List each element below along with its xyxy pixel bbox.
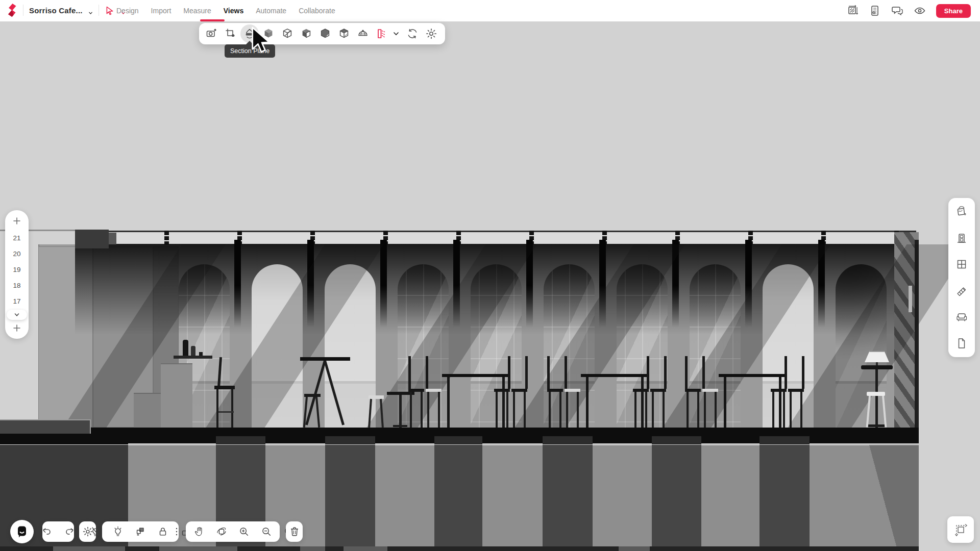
menu-item-views[interactable]: Views	[223, 7, 244, 15]
project-title[interactable]: Sorriso Cafe...	[29, 6, 83, 15]
scene-shape	[513, 392, 515, 428]
bottom-toolbar-group	[42, 521, 74, 542]
camera-add-icon[interactable]	[206, 28, 218, 40]
eye-icon[interactable]	[914, 5, 926, 17]
scene-shape	[543, 436, 593, 444]
scene-shape	[0, 546, 919, 551]
scale-box-button[interactable]	[947, 516, 974, 543]
scene-shape	[216, 436, 265, 444]
zoom-out-button[interactable]	[12, 323, 21, 333]
scene-shape	[645, 392, 647, 428]
help-chat-button[interactable]	[10, 520, 34, 543]
zoom-in-icon[interactable]	[238, 526, 250, 537]
scene-shape	[790, 392, 792, 428]
zoom-in-button[interactable]	[12, 216, 21, 226]
scene-shape	[559, 392, 561, 428]
dome-icon[interactable]	[357, 28, 369, 40]
scene-shape	[704, 392, 706, 428]
bottom-toolbar-group	[286, 521, 303, 542]
scene-shape	[687, 392, 689, 428]
window-icon[interactable]	[955, 258, 968, 270]
level-item[interactable]: 20	[13, 246, 20, 262]
scene-shape	[0, 419, 91, 434]
scene-shape	[867, 392, 885, 396]
refresh-icon[interactable]	[406, 28, 419, 40]
scene-shape	[647, 356, 649, 389]
zoom-out-icon[interactable]	[261, 526, 272, 537]
scene-shape	[502, 377, 505, 428]
scene-shape	[785, 356, 787, 389]
cube-hidden-line-icon[interactable]	[281, 28, 293, 40]
scene-shape	[779, 377, 781, 428]
scene-shape	[442, 374, 509, 377]
scene-shape	[652, 436, 701, 444]
cube-textured-icon[interactable]	[338, 28, 350, 40]
scene-shape	[802, 356, 804, 389]
boq-icon[interactable]	[869, 5, 881, 17]
scene-shape	[634, 392, 636, 428]
section-view-icon[interactable]	[376, 28, 388, 40]
cube-monochrome-icon[interactable]	[319, 28, 331, 40]
paint-bucket-icon[interactable]	[955, 206, 968, 218]
scene-shape	[875, 369, 878, 428]
more-vertical-icon[interactable]	[171, 526, 182, 537]
undo-icon[interactable]	[41, 526, 53, 537]
scene-shape	[427, 392, 429, 428]
staircase-icon[interactable]	[955, 285, 968, 297]
bottom-toolbar-group	[186, 521, 280, 542]
light-off-icon[interactable]	[90, 526, 101, 537]
light-on-icon[interactable]	[112, 526, 124, 537]
scene-shape	[410, 392, 412, 428]
scene-shape	[837, 445, 919, 551]
cursor-select-icon[interactable]	[105, 5, 115, 16]
menu-item-automate[interactable]: Automate	[255, 7, 287, 15]
scene-shape	[760, 436, 810, 444]
group-objects-icon[interactable]	[135, 526, 146, 537]
scene-shape	[868, 424, 886, 427]
cube-half-icon[interactable]	[300, 28, 312, 40]
page-icon[interactable]	[955, 337, 968, 349]
scene-shape	[549, 392, 551, 428]
levels-more-button[interactable]	[7, 310, 27, 320]
pan-hand-icon[interactable]	[193, 526, 205, 537]
views-tab-underline	[200, 19, 225, 21]
level-item[interactable]: 17	[13, 293, 20, 309]
orbit-icon[interactable]	[216, 526, 227, 537]
chevron-down-icon[interactable]	[393, 30, 400, 37]
menu-item-import[interactable]: Import	[151, 7, 172, 15]
menu-item-design[interactable]: Design	[116, 7, 139, 15]
levels-panel: 2120191817	[5, 210, 29, 339]
level-list: 2120191817	[13, 230, 20, 309]
delete-icon[interactable]	[289, 526, 300, 537]
scene-shape	[664, 356, 667, 389]
viewport-3d[interactable]	[0, 0, 980, 551]
comments-icon[interactable]	[891, 5, 903, 17]
scene-shape	[231, 389, 233, 428]
cube-shaded-icon[interactable]	[262, 28, 275, 40]
divider	[23, 5, 23, 16]
level-item[interactable]: 21	[13, 230, 20, 246]
scene-shape	[760, 445, 810, 551]
scene-shape	[161, 363, 192, 428]
scene-shape	[715, 392, 717, 428]
main-menu: DesignImportMeasureViewsAutomateCollabor…	[116, 0, 336, 21]
lock-icon[interactable]	[157, 526, 168, 537]
redo-icon[interactable]	[64, 526, 75, 537]
furniture-icon[interactable]	[955, 311, 968, 323]
door-icon[interactable]	[955, 232, 968, 244]
scene-shape	[525, 356, 528, 389]
scene-shape	[772, 392, 774, 428]
app-logo[interactable]	[7, 4, 17, 17]
menu-item-collaborate[interactable]: Collaborate	[298, 7, 336, 15]
section-plane-icon[interactable]	[243, 28, 256, 40]
tooltip: Section Plane	[225, 44, 275, 58]
chevron-down-icon[interactable]	[88, 8, 93, 13]
menu-item-measure[interactable]: Measure	[183, 7, 211, 15]
level-item[interactable]: 19	[13, 262, 20, 278]
area-takeoff-icon[interactable]	[846, 5, 859, 17]
share-button[interactable]: Share	[936, 4, 971, 18]
scene-shape	[685, 356, 688, 389]
settings-icon[interactable]	[425, 28, 437, 40]
level-item[interactable]: 18	[13, 278, 20, 293]
crop-view-icon[interactable]	[225, 28, 237, 40]
